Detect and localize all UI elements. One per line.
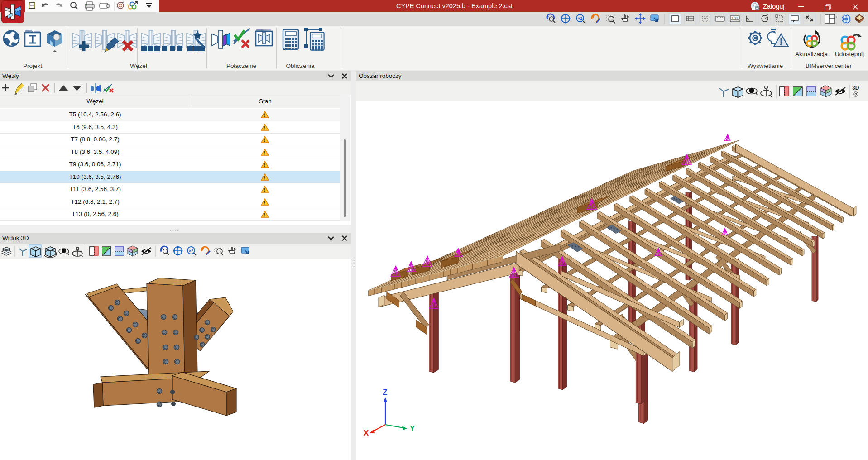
svg-text:Y: Y bbox=[410, 424, 415, 433]
svg-text:×2: ×2 bbox=[189, 249, 193, 253]
svg-text:×2: ×2 bbox=[578, 16, 582, 21]
svg-text:1.00: 1.00 bbox=[731, 16, 738, 19]
svg-text:Z: Z bbox=[383, 388, 387, 397]
svg-text:3D: 3D bbox=[852, 85, 859, 91]
svg-text:Zaloguj: Zaloguj bbox=[763, 3, 785, 10]
svg-text:X: X bbox=[364, 429, 369, 437]
